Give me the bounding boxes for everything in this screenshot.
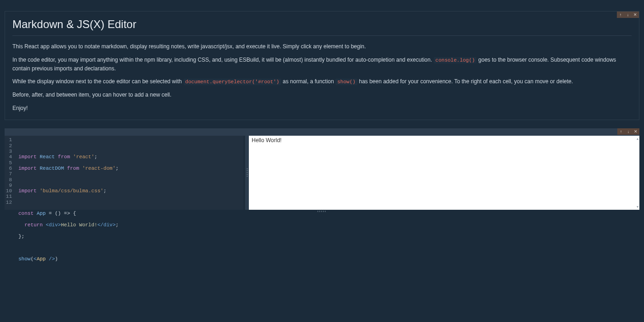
- text-span: In the code editor, you may import anyth…: [12, 57, 434, 63]
- markdown-cell-actions: ↑ ↓ ✕: [617, 12, 639, 18]
- token-identifier: show: [18, 256, 30, 262]
- editor-scrollbar[interactable]: [243, 136, 245, 210]
- inline-code: document.querySelector('#root'): [184, 79, 282, 85]
- token-tag: </div>: [98, 222, 116, 228]
- move-down-button[interactable]: ↓: [624, 12, 632, 18]
- token-punct: ;: [94, 154, 98, 160]
- preview-output-text: Hello World!: [252, 137, 282, 144]
- code-cell: ↑ ↓ ✕ 1 2 3 4 5 6 7: [5, 128, 639, 213]
- token-identifier: App: [37, 211, 46, 216]
- line-number: 10: [5, 188, 12, 194]
- token-punct: ;: [115, 166, 119, 171]
- token-keyword: import: [18, 166, 37, 171]
- move-down-button[interactable]: ↓: [625, 128, 632, 135]
- token-keyword: return: [24, 222, 43, 228]
- inline-code: console.log(): [434, 57, 477, 63]
- line-number: 6: [5, 166, 12, 171]
- code-text-area[interactable]: import React from 'react'; import ReactD…: [14, 136, 245, 210]
- token-keyword: import: [18, 154, 37, 160]
- code-editor[interactable]: 1 2 3 4 5 6 7 8 9 10 11 12 import React …: [5, 136, 245, 210]
- token-component: App: [37, 256, 46, 262]
- move-up-button[interactable]: ↑: [617, 128, 625, 135]
- grip-dots-icon: [247, 168, 248, 178]
- line-number: 9: [5, 183, 12, 188]
- line-number: 2: [5, 143, 12, 149]
- token-identifier: ReactDOM: [40, 166, 64, 171]
- token-string: 'react': [73, 154, 94, 160]
- token-keyword: import: [18, 188, 37, 194]
- line-number: 5: [5, 160, 12, 166]
- delete-cell-button[interactable]: ✕: [632, 128, 639, 135]
- scroll-up-indicator-icon: ▴: [637, 137, 638, 141]
- markdown-cell[interactable]: ↑ ↓ ✕ Markdown & JS(X) Editor This React…: [5, 11, 639, 120]
- text-span: While the display window next to the cod…: [12, 78, 184, 85]
- token-punct: () => {: [55, 211, 76, 216]
- code-cell-actions: ↑ ↓ ✕: [617, 128, 639, 135]
- move-up-button[interactable]: ↑: [617, 12, 624, 18]
- arrow-up-icon: ↑: [620, 12, 622, 17]
- token-identifier: React: [40, 154, 55, 160]
- token-op: =: [46, 211, 55, 216]
- line-number: 1: [5, 137, 12, 143]
- line-number: 12: [5, 200, 12, 205]
- app-root: ↑ ↓ ✕ Markdown & JS(X) Editor This React…: [0, 0, 644, 222]
- arrow-up-icon: ↑: [620, 129, 622, 134]
- markdown-paragraph: Before, after, and between item, you can…: [12, 91, 632, 99]
- close-icon: ✕: [634, 129, 638, 134]
- line-number: 11: [5, 194, 12, 199]
- vertical-resize-handle[interactable]: [245, 136, 249, 210]
- grip-dots-icon: [317, 211, 327, 212]
- token-text: Hello World!: [61, 222, 97, 228]
- token-keyword: from: [67, 166, 79, 171]
- token-tag: <div>: [46, 222, 61, 228]
- line-number: 4: [5, 154, 12, 160]
- code-cell-body: 1 2 3 4 5 6 7 8 9 10 11 12 import React …: [5, 136, 639, 210]
- token-punct: ;: [115, 222, 119, 228]
- inline-code: show(): [335, 79, 357, 85]
- token-string: 'bulma/css/bulma.css': [40, 188, 104, 194]
- token-punct: };: [18, 234, 24, 239]
- arrow-down-icon: ↓: [627, 129, 630, 134]
- delete-cell-button[interactable]: ✕: [632, 12, 639, 18]
- line-number-gutter: 1 2 3 4 5 6 7 8 9 10 11 12: [5, 136, 14, 210]
- line-number: 8: [5, 177, 12, 183]
- token-tag: />: [46, 256, 55, 262]
- markdown-paragraph: In the code editor, you may import anyth…: [12, 56, 632, 73]
- token-keyword: const: [18, 211, 34, 216]
- preview-pane[interactable]: Hello World! ▴ ▾: [249, 136, 639, 210]
- divider: [12, 35, 632, 36]
- markdown-title: Markdown & JS(X) Editor: [12, 18, 632, 31]
- markdown-paragraph: While the display window next to the cod…: [12, 77, 632, 86]
- token-tag: <: [34, 256, 37, 262]
- token-keyword: from: [58, 154, 70, 160]
- arrow-down-icon: ↓: [627, 12, 629, 17]
- line-number: 3: [5, 149, 12, 154]
- text-span: has been added for your convenience. To …: [359, 78, 573, 85]
- text-span: as normal, a function: [283, 78, 336, 85]
- token-punct: ): [55, 256, 58, 262]
- scroll-down-indicator-icon: ▾: [637, 205, 638, 209]
- markdown-paragraph: This React app allows you to notate mark…: [12, 42, 632, 51]
- line-number: 7: [5, 171, 12, 177]
- token-punct: ;: [104, 188, 107, 194]
- token-string: 'react-dom': [82, 166, 116, 171]
- markdown-paragraph: Enjoy!: [12, 104, 632, 113]
- close-icon: ✕: [633, 12, 637, 17]
- code-cell-header[interactable]: ↑ ↓ ✕: [5, 128, 639, 136]
